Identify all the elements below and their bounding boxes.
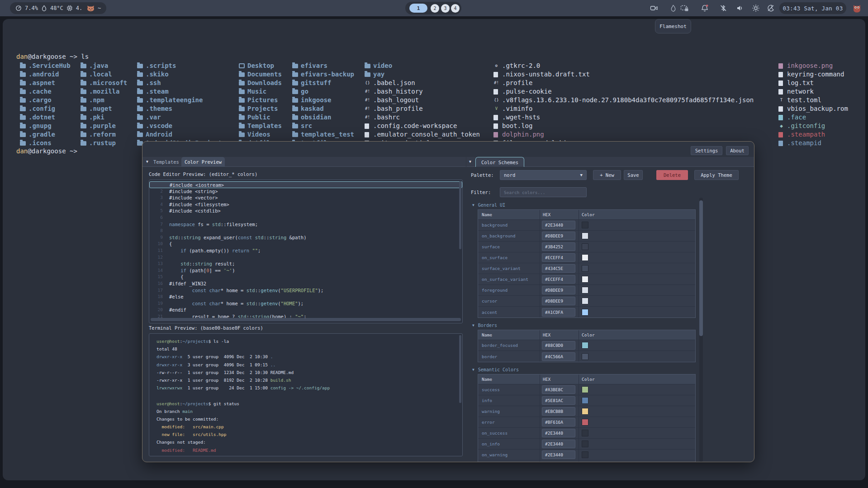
workspace-1-active[interactable]: 1 — [409, 4, 427, 13]
color-swatch[interactable] — [582, 430, 588, 436]
color-swatch[interactable] — [582, 419, 588, 426]
color-row[interactable]: on_surface_variant#ECEFF4 — [478, 274, 695, 285]
code-line: 19 const char* home = std::getenv("HOME"… — [149, 300, 462, 307]
hex-value-input[interactable]: #3B4252 — [542, 242, 575, 251]
hex-value-input[interactable]: #D8DEE9 — [542, 232, 575, 240]
terminal-shell-pill[interactable]: ~ — [81, 2, 106, 14]
color-row[interactable]: cursor#D8DEE9 — [478, 296, 695, 307]
night-light-off-icon[interactable] — [767, 4, 775, 12]
screenshot-lock-icon[interactable] — [680, 4, 688, 12]
tab-color-schemes[interactable]: Color Schemes — [475, 157, 524, 167]
volume-icon[interactable] — [736, 4, 744, 12]
tab-templates[interactable]: Templates — [153, 157, 179, 167]
color-row[interactable] — [478, 460, 695, 462]
hex-value-input[interactable] — [542, 462, 575, 463]
color-row[interactable]: border#4C566A — [478, 351, 695, 362]
hex-value-input[interactable]: #2E3440 — [542, 440, 575, 448]
notification-bell-icon[interactable] — [701, 4, 709, 12]
chevron-down-icon[interactable]: ▼ — [469, 160, 471, 164]
color-swatch[interactable] — [582, 408, 588, 415]
save-button[interactable]: Save — [624, 170, 643, 180]
tray-owl-icon[interactable] — [852, 3, 860, 11]
terminal-line: modified: src/main.cpp — [149, 423, 462, 431]
color-row[interactable]: on_info#2E3440 — [478, 439, 695, 450]
collapse-triangle-icon: ▼ — [472, 368, 474, 372]
color-row[interactable]: on_warning#2E3440 — [478, 450, 695, 460]
color-swatch[interactable] — [582, 342, 588, 349]
color-swatch[interactable] — [582, 276, 588, 283]
hex-value-input[interactable]: #A3BE8C — [542, 385, 575, 394]
terminal-preview[interactable]: user@host:~/projects$ ls -latotal 48drwx… — [149, 333, 463, 456]
color-swatch[interactable] — [582, 309, 588, 316]
color-swatch[interactable] — [582, 222, 588, 228]
color-swatch[interactable] — [582, 254, 588, 261]
horizontal-scrollbar[interactable] — [151, 318, 461, 321]
color-row[interactable]: background#2E3440 — [478, 220, 695, 231]
color-cell — [579, 351, 695, 362]
color-row[interactable]: surface_variant#434C5E — [478, 263, 695, 274]
bluetooth-off-icon[interactable] — [719, 4, 727, 12]
hex-value-input[interactable]: #2E3440 — [542, 221, 575, 229]
clock[interactable]: 03:43 Sat, Jan 03 — [779, 2, 846, 14]
settings-button[interactable]: Settings — [691, 146, 722, 155]
chevron-down-icon[interactable]: ▼ — [146, 160, 148, 164]
color-swatch[interactable] — [582, 243, 588, 250]
hex-value-input[interactable]: #ECEFF4 — [542, 253, 575, 262]
color-row[interactable]: on_success#2E3440 — [478, 428, 695, 439]
color-row[interactable]: info#5E81AC — [478, 395, 695, 406]
code-editor-preview[interactable]: 1#include <iostream>2#include <string>3#… — [149, 180, 463, 323]
hex-value-input[interactable]: #D8DEE9 — [542, 297, 575, 305]
ls-entry: .pulse-cookie — [493, 87, 754, 96]
flameshot-icon[interactable] — [669, 4, 677, 12]
code-token: return — [232, 247, 249, 254]
section-header[interactable]: ▼Semantic Colors — [471, 366, 749, 373]
hex-value-input[interactable]: #A1CDFA — [542, 308, 575, 317]
color-swatch[interactable] — [582, 397, 588, 404]
hex-value-input[interactable]: #2E3440 — [542, 429, 575, 437]
color-row[interactable]: on_surface#ECEFF4 — [478, 252, 695, 263]
hex-value-input[interactable]: #D8DEE9 — [542, 286, 575, 294]
hex-value-input[interactable]: #2E3440 — [542, 450, 575, 459]
color-row[interactable]: accent#A1CDFA — [478, 307, 695, 317]
hex-value-input[interactable]: #ECEFF4 — [542, 275, 575, 284]
hex-value-input[interactable]: #BF616A — [542, 418, 575, 426]
color-row[interactable]: error#BF616A — [478, 417, 695, 428]
workspace-2[interactable]: 2 — [431, 4, 439, 13]
panel-scrollbar-thumb[interactable] — [699, 200, 703, 336]
section-header[interactable]: ▼Borders — [471, 322, 749, 329]
color-row[interactable]: warning#EBCB8B — [478, 406, 695, 417]
color-swatch[interactable] — [582, 287, 588, 294]
tab-color-preview[interactable]: Color Preview — [181, 157, 225, 167]
hex-value-input[interactable]: #434C5E — [542, 264, 575, 273]
color-swatch[interactable] — [582, 265, 588, 272]
hex-value-input[interactable]: #4C566A — [542, 352, 575, 361]
hex-value-input[interactable]: #EBCB8B — [542, 407, 575, 416]
workspace-4[interactable]: 4 — [451, 4, 460, 13]
color-filter-input[interactable] — [500, 187, 587, 197]
palette-select[interactable]: nord ▼ — [500, 170, 587, 180]
color-swatch[interactable] — [582, 441, 588, 447]
color-swatch[interactable] — [582, 232, 588, 239]
about-button[interactable]: About — [726, 146, 749, 155]
color-swatch[interactable] — [582, 353, 588, 360]
terminal-preview-scrollbar[interactable] — [459, 335, 461, 403]
color-swatch[interactable] — [582, 386, 588, 393]
hex-value-input[interactable]: #5E81AC — [542, 396, 575, 405]
brightness-icon[interactable] — [752, 4, 760, 12]
section-header[interactable]: ▼General UI — [471, 201, 749, 208]
hex-value-input[interactable]: #88C0D0 — [542, 341, 575, 350]
apply-theme-button[interactable]: Apply Theme — [694, 170, 739, 180]
color-row[interactable]: surface#3B4252 — [478, 242, 695, 252]
color-row[interactable]: foreground#D8DEE9 — [478, 285, 695, 296]
delete-button[interactable]: Delete — [656, 170, 688, 180]
new-palette-button[interactable]: + New — [593, 170, 621, 180]
color-swatch[interactable] — [582, 298, 588, 304]
color-row[interactable]: success#A3BE8C — [478, 384, 695, 395]
file-name: Desktop — [247, 62, 274, 70]
workspace-3[interactable]: 3 — [441, 4, 450, 13]
color-row[interactable]: on_background#D8DEE9 — [478, 231, 695, 242]
color-row[interactable]: border_focused#88C0D0 — [478, 340, 695, 351]
code-scrollbar[interactable] — [459, 181, 461, 249]
color-swatch[interactable] — [582, 451, 588, 458]
screen-record-icon[interactable] — [650, 4, 658, 12]
